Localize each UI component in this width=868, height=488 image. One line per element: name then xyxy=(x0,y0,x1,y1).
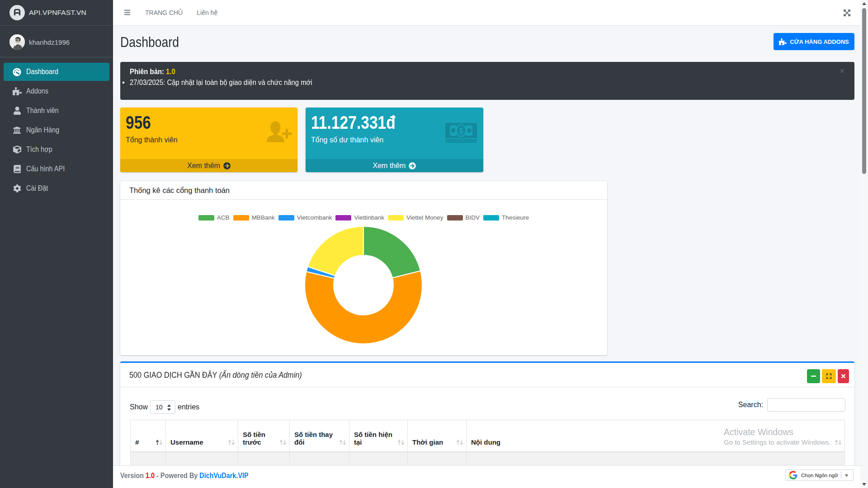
navbar-link-0[interactable]: TRANG CHỦ xyxy=(145,9,183,16)
scrollbar-thumb[interactable] xyxy=(862,8,866,174)
scroll-up-icon[interactable] xyxy=(860,0,868,7)
legend-swatch xyxy=(233,215,249,221)
user-icon xyxy=(12,106,22,115)
column-label: Số tiền thay đổi xyxy=(294,431,333,446)
money-icon: $ xyxy=(445,123,477,145)
donut-slice-acb[interactable] xyxy=(363,226,420,278)
sort-icons xyxy=(456,439,463,446)
donut-chart xyxy=(302,224,425,346)
table-cell xyxy=(349,452,408,465)
language-select[interactable]: Chọn Ngôn ngữ ▼ xyxy=(785,469,854,481)
transactions-card-title: 500 GIAO DỊCH GẦN ĐÂY (Ẩn dòng tiền của … xyxy=(129,371,302,380)
legend-swatch xyxy=(278,215,294,221)
column-label: # xyxy=(135,438,139,446)
page-length-select[interactable]: 10 xyxy=(150,400,175,414)
legend-label: Viettel Money xyxy=(406,214,443,221)
table-cell xyxy=(290,452,349,465)
fullscreen-icon[interactable] xyxy=(843,9,851,17)
footer-version-value: 1.0 xyxy=(146,472,155,479)
sidebar-item-label: Ngân Hàng xyxy=(26,126,59,135)
main-footer: Version 1.0 - Powered By DichVuDark.VIP … xyxy=(113,465,868,488)
donut-slice-viettel-money[interactable] xyxy=(308,226,363,276)
collapse-button[interactable] xyxy=(807,369,820,383)
page-scrollbar[interactable] xyxy=(860,0,868,488)
caret-down-icon: ▼ xyxy=(844,473,849,478)
legend-item-bidv[interactable]: BIDV xyxy=(447,214,480,221)
column-header-s-ti-n-hi-n-t-i[interactable]: Số tiền hiện tại xyxy=(349,420,408,452)
search-label: Search: xyxy=(738,401,763,409)
alert-version-value: 1.0 xyxy=(166,67,175,75)
legend-item-mbbank[interactable]: MBBank xyxy=(233,214,275,221)
sidebar-item-t-ch-h-p[interactable]: Tích hợp xyxy=(4,141,109,159)
legend-label: MBBank xyxy=(252,214,275,221)
user-panel: khanhdz1996 xyxy=(0,26,113,57)
footer-version-label: Version xyxy=(120,472,144,479)
svg-text:$: $ xyxy=(459,126,463,136)
puzzle-icon xyxy=(779,38,787,45)
scroll-down-icon[interactable] xyxy=(860,481,868,488)
column-label: Số tiền trước xyxy=(243,431,265,446)
sidebar-username[interactable]: khanhdz1996 xyxy=(29,38,70,46)
tachometer-icon xyxy=(12,67,22,76)
donut-slice-mbbank[interactable] xyxy=(305,271,422,344)
sidebar-item-c-u-h-nh-api[interactable]: Cấu hình API xyxy=(4,160,109,178)
legend-item-viettinbank[interactable]: Viettinbank xyxy=(335,214,384,221)
maximize-button[interactable] xyxy=(822,369,836,383)
legend-item-acb[interactable]: ACB xyxy=(198,214,230,221)
column-label: Thời gian xyxy=(412,438,443,446)
alert-close-icon[interactable]: × xyxy=(840,67,844,75)
column-header-s-ti-n-thay-i[interactable]: Số tiền thay đổi xyxy=(290,420,349,452)
entries-label: entries xyxy=(178,403,199,411)
sidebar-item-ng-n-h-ng[interactable]: Ngân Hàng xyxy=(4,121,109,139)
menu-toggle-icon[interactable] xyxy=(123,9,131,16)
sidebar-item-label: Cài Đặt xyxy=(26,184,48,193)
legend-swatch xyxy=(198,215,214,221)
select-arrows-icon xyxy=(167,404,171,413)
alert-version-line: Phiên bản: 1.0 xyxy=(130,67,175,76)
table-cell xyxy=(408,452,467,465)
legend-label: Vietcombank xyxy=(297,214,332,221)
brand[interactable]: API.VPNFAST.VN xyxy=(0,0,113,26)
arrow-circle-right-icon xyxy=(409,162,416,169)
sidebar-item-th-nh-vi-n[interactable]: Thành viên xyxy=(4,102,109,120)
legend-label: Thesieure xyxy=(502,214,529,221)
activate-windows-watermark: Activate Windows Go to Settings to activ… xyxy=(724,427,831,446)
show-label: Show xyxy=(130,403,148,411)
navbar-link-1[interactable]: Liên hệ xyxy=(197,9,217,16)
sidebar-item-addons[interactable]: Addons xyxy=(4,82,109,100)
google-logo-icon xyxy=(789,471,797,479)
column-header-username[interactable]: Username xyxy=(166,420,238,452)
transactions-card-header: 500 GIAO DỊCH GẦN ĐÂY (Ẩn dòng tiền của … xyxy=(120,363,854,387)
members-see-more[interactable]: Xem thêm xyxy=(120,159,297,172)
sidebar-item-dashboard[interactable]: Dashboard xyxy=(4,63,109,81)
search-input[interactable] xyxy=(767,398,845,412)
column-header-s-ti-n-tr-c[interactable]: Số tiền trước xyxy=(238,420,290,452)
language-select-label: Chọn Ngôn ngữ xyxy=(801,473,838,478)
sidebar: API.VPNFAST.VN khanhdz1996 DashboardAddo… xyxy=(0,0,113,488)
see-more-label: Xem thêm xyxy=(373,162,406,170)
legend-item-vietcombank[interactable]: Vietcombank xyxy=(278,214,332,221)
balance-see-more[interactable]: Xem thêm xyxy=(306,159,483,172)
addons-store-button[interactable]: CỬA HÀNG ADDONS xyxy=(774,33,854,50)
column-label: Username xyxy=(170,438,203,446)
legend-swatch xyxy=(447,215,463,221)
legend-label: ACB xyxy=(217,214,230,221)
close-button[interactable] xyxy=(838,369,849,383)
version-alert: Phiên bản: 1.0 • 27/03/2025: Cập nhật lạ… xyxy=(120,62,854,100)
legend-item-thesieure[interactable]: Thesieure xyxy=(483,214,529,221)
minus-icon xyxy=(811,373,816,379)
legend-item-viettel-money[interactable]: Viettel Money xyxy=(388,214,443,221)
sidebar-item-c-i-t[interactable]: Cài Đặt xyxy=(4,179,109,197)
table-row xyxy=(131,452,845,465)
puzzle-icon xyxy=(12,87,22,96)
expand-icon xyxy=(826,373,832,379)
avatar[interactable] xyxy=(9,34,25,50)
column-label: Số tiền hiện tại xyxy=(354,431,392,446)
legend-label: Viettinbank xyxy=(354,214,384,221)
column-header-index[interactable]: # xyxy=(131,420,166,452)
footer-brand-link[interactable]: DichVuDark.VIP xyxy=(199,472,248,479)
close-icon xyxy=(840,373,846,379)
chart-legend: ACBMBBankVietcombankViettinbankViettel M… xyxy=(120,214,607,221)
column-header-th-i-gian[interactable]: Thời gian xyxy=(408,420,467,452)
addons-store-label: CỬA HÀNG ADDONS xyxy=(790,38,849,45)
